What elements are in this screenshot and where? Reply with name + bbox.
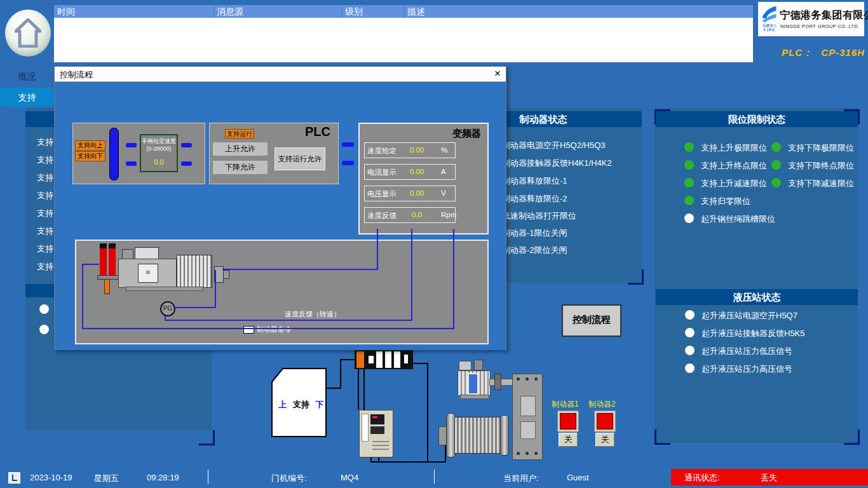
plc-rack: [355, 350, 413, 369]
vfd-row-unit: A: [441, 168, 446, 175]
corner-bracket: [844, 430, 860, 445]
dialog-titlebar[interactable]: 控制流程 ×: [55, 67, 506, 82]
signal-line: [453, 229, 454, 329]
vfd-row-current: 电流显示 0.00 A: [364, 164, 456, 180]
vfd-row-label: 速度反馈: [367, 211, 397, 220]
control-flow-dialog: 控制流程 × 支持向上 支持向下 手柄给定速度 (0-20000) 0.0: [54, 66, 506, 350]
flow-arrow: [181, 143, 192, 147]
flow-arrow: [126, 143, 137, 147]
status-dot: [684, 160, 694, 170]
wire: [363, 369, 365, 410]
limit-item: 支持归零限位: [701, 196, 750, 207]
col-source: 消息源: [217, 6, 243, 18]
status-dot: [771, 142, 781, 152]
vfd-row-speed-ref: 速度给定 0.00 %: [364, 142, 456, 158]
vfd-row-value: 0.00: [404, 146, 430, 154]
hopper-label: 上 支持 下: [278, 399, 323, 410]
motor-base: [460, 395, 489, 399]
port-logo-icon: [761, 5, 777, 23]
clock-icon[interactable]: [8, 472, 20, 484]
setpoint-value: 0.0: [141, 158, 177, 166]
flow-arrow: [181, 161, 192, 166]
rise-allow-button[interactable]: 上升允许: [212, 142, 268, 156]
dialog-body: 支持向上 支持向下 手柄给定速度 (0-20000) 0.0 支持运行 PLC …: [55, 82, 506, 350]
motor-blue-panel: [468, 373, 478, 395]
col-time: 时间: [57, 6, 75, 18]
sidebar-item-overview[interactable]: 概况: [0, 67, 54, 85]
brake-item: 制动器-2限位关闸: [502, 245, 567, 256]
plc-model-value: CP-316H: [821, 47, 865, 58]
brake1-lamp-frame: [557, 410, 579, 432]
status-dot: [685, 346, 695, 355]
hidden-row: 支持: [37, 261, 53, 273]
brake-item: 制动器电源空开H5Q2/H5Q3: [502, 140, 606, 151]
status-date: 2023-10-19: [30, 473, 72, 482]
hoist-motor: [456, 360, 492, 398]
hydraulic-item: 起升液压站压力高压信号: [702, 363, 792, 375]
company-name-cn: 宁德港务集团有限公司: [780, 9, 868, 22]
company-name-en: NINGDE PORT GROUP CO.,LTD: [780, 24, 858, 29]
limit-item: 支持上升终点限位: [701, 160, 767, 172]
status-dot: [771, 178, 781, 187]
signal-line: [173, 307, 216, 308]
sidebar-item-support[interactable]: 支持: [0, 88, 54, 107]
comm-status-value: 丢失: [761, 472, 777, 484]
vfd-keypad: [370, 426, 384, 434]
plc-model-label: PLC：: [782, 47, 813, 58]
status-time: 09:28:19: [147, 473, 179, 482]
home-button[interactable]: [5, 10, 51, 57]
status-weekday: 星期五: [94, 473, 119, 484]
hidden-row: 支持: [37, 172, 53, 184]
gearbox-bolt: [526, 377, 529, 381]
status-dot: [684, 142, 694, 152]
wire: [340, 359, 356, 360]
hidden-row: 支持: [37, 190, 53, 201]
hydraulic-panel-header: 液压站状态: [656, 289, 858, 305]
gearbox-bolt: [526, 452, 529, 455]
fall-allow-button[interactable]: 下降允许: [212, 160, 268, 175]
vfd-row-speed-fb: 速度反馈 0.0 Rpm: [364, 207, 456, 223]
vfd-vent: [372, 449, 389, 450]
limit-item: 起升钢丝绳跳槽限位: [701, 214, 775, 225]
brake1-close-button[interactable]: 关: [559, 433, 578, 447]
message-list[interactable]: [54, 18, 753, 62]
run-allow-button[interactable]: 支持运行允许: [275, 147, 325, 170]
pg-encoder: PG: [160, 301, 175, 316]
vfd-display: [370, 414, 384, 424]
corner-bracket: [628, 269, 644, 285]
limit-panel-header: 限位限制状态: [656, 111, 858, 127]
vfd-label-strip: [362, 414, 369, 442]
brake2-lamp-frame: [594, 410, 616, 432]
brake-item: 制动器-1限位关闸: [502, 227, 567, 239]
brake2-close-button[interactable]: 关: [595, 433, 614, 447]
diagram-motor: [177, 255, 212, 288]
hydraulic-item: 起升液压站电源空开H5Q7: [702, 310, 797, 322]
status-dot: [685, 328, 695, 337]
col-level: 级别: [345, 6, 363, 18]
vfd-drive: [359, 410, 393, 458]
logo-badge: 福建港口 FJPG: [759, 24, 780, 32]
limit-item: 支持上升极限限位: [701, 142, 767, 154]
speed-setpoint-box: 手柄给定速度 (0-20000) 0.0: [140, 134, 178, 172]
machine-no-value: MQ4: [341, 473, 358, 482]
control-flow-button[interactable]: 控制流程: [562, 304, 621, 337]
gear-fanbox: [135, 247, 159, 259]
brake-item: 制动器释放限位-2: [502, 193, 567, 205]
signal-line: [411, 229, 412, 321]
current-user-label: 当前用户:: [503, 473, 539, 484]
drum-flange: [500, 415, 509, 456]
vfd-row-label: 电压显示: [367, 189, 397, 199]
logo-box: 福建港口 FJPG 宁德港务集团有限公司 NINGDE PORT GROUP C…: [758, 2, 864, 36]
cable-drum: [438, 410, 511, 459]
brake1-label: 制动器1: [552, 399, 579, 410]
status-divider: [208, 470, 208, 484]
brake-item: 低速制动器打开限位: [502, 210, 576, 222]
status-dot: [39, 304, 49, 314]
wire: [326, 388, 341, 389]
brake-thruster: [104, 279, 110, 294]
hopper-mid-label: 支持: [293, 400, 309, 409]
setpoint-range: (0-20000): [141, 146, 177, 152]
signal-line: [222, 269, 378, 270]
col-divider: [214, 5, 214, 18]
dialog-close-icon[interactable]: ×: [494, 67, 501, 80]
